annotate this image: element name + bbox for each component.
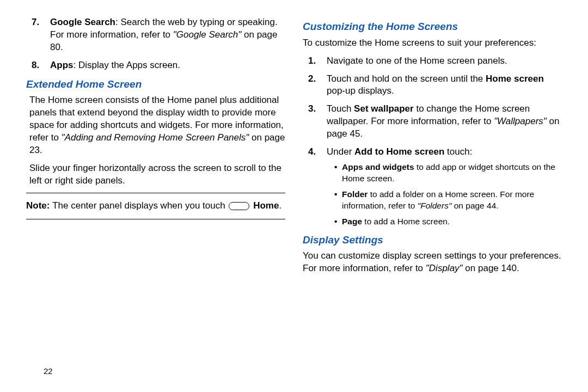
note-text2: . (279, 200, 281, 211)
step4b: touch: (444, 146, 472, 157)
numbered-list-7: Google Search: Search the web by typing … (26, 16, 285, 72)
b2-ref: "Folders" (418, 201, 452, 210)
bullet-page: Page to add a Home screen. (334, 216, 562, 228)
b3-bold: Page (342, 217, 362, 226)
heading-display-settings: Display Settings (303, 233, 562, 247)
para-display: You can customize display screen setting… (303, 250, 562, 275)
step-3: Touch Set wallpaper to change the Home s… (326, 103, 562, 140)
customize-intro: To customize the Home screens to suit yo… (303, 37, 562, 50)
b3-text: to add a Home screen. (362, 217, 450, 226)
bullet-list: Apps and widgets to add app or widget sh… (327, 162, 562, 228)
step2b: pop-up displays. (327, 85, 394, 96)
step-4: Under Add to Home screen touch: Apps and… (326, 146, 562, 228)
item7-lead: Google Search (50, 17, 115, 27)
para2b: on page 140. (463, 263, 519, 273)
step-2: Touch and hold on the screen until the H… (326, 73, 562, 98)
b1-bold: Apps and widgets (342, 162, 414, 171)
para-extended-2: Slide your finger horizontally across th… (26, 162, 285, 187)
heading-customizing: Customizing the Home Screens (303, 20, 562, 34)
right-column: Customizing the Home Screens To customiz… (303, 16, 562, 381)
para-extended-1: The Home screen consists of the Home pan… (26, 94, 285, 157)
divider-bottom (26, 219, 285, 219)
left-column: Google Search: Search the web by typing … (26, 16, 285, 381)
step3-bold: Set wallpaper (354, 103, 414, 114)
numbered-list-1: Navigate to one of the Home screen panel… (303, 55, 562, 228)
list-item-8: Apps: Display the Apps screen. (49, 59, 285, 72)
item8-text: : Display the Apps screen. (74, 60, 181, 70)
home-button-icon (229, 202, 249, 210)
heading-extended-home: Extended Home Screen (26, 77, 285, 91)
step4-bold: Add to Home screen (354, 146, 444, 157)
page-number: 22 (44, 366, 53, 377)
note-home: Home (250, 200, 279, 211)
step-1: Navigate to one of the Home screen panel… (326, 55, 562, 68)
note-lead: Note: (26, 200, 52, 211)
step2-bold: Home screen (486, 74, 544, 84)
step2a: Touch and hold on the screen until the (327, 74, 486, 84)
step3-ref: "Wallpapers" (494, 116, 547, 126)
para2-ref: "Display" (426, 263, 463, 273)
b2-bold: Folder (342, 189, 367, 199)
list-item-7: Google Search: Search the web by typing … (49, 16, 285, 54)
step1-text: Navigate to one of the Home screen panel… (327, 56, 507, 66)
bullet-apps-widgets: Apps and widgets to add app or widget sh… (334, 162, 562, 185)
item7-ref: "Google Search" (173, 29, 241, 40)
note-text1: The center panel displays when you touch (52, 200, 228, 211)
item8-lead: Apps (50, 60, 74, 70)
step3a: Touch (327, 103, 354, 114)
note-block: Note: The center panel displays when you… (26, 199, 285, 213)
step4a: Under (327, 146, 354, 157)
divider-top (26, 193, 285, 193)
b2-text2: on page 44. (451, 201, 498, 210)
para1-ref: "Adding and Removing Home Screen Panels" (62, 132, 249, 143)
manual-page: Google Search: Search the web by typing … (0, 0, 588, 392)
bullet-folder: Folder to add a folder on a Home screen.… (334, 189, 562, 212)
